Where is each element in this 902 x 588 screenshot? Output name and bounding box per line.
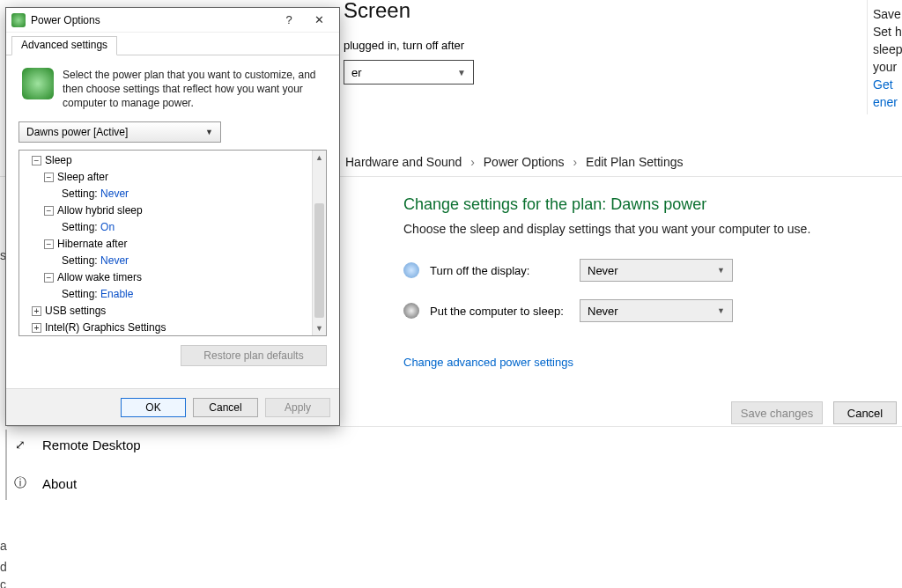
advanced-power-settings-link[interactable]: Change advanced power settings (403, 356, 573, 369)
dialog-hint-text: Select the power plan that you want to c… (63, 68, 327, 111)
collapse-icon[interactable]: − (44, 173, 54, 182)
collapse-icon[interactable]: − (32, 156, 41, 165)
collapse-icon[interactable]: − (44, 206, 54, 216)
right-text: Save (873, 7, 902, 21)
setting-value[interactable]: Never (100, 187, 129, 200)
dialog-footer: OK Cancel Apply (6, 388, 339, 425)
ok-button[interactable]: OK (121, 398, 186, 417)
dialog-title: Power Options (31, 14, 274, 26)
setting-value[interactable]: On (100, 221, 115, 233)
setting-value[interactable]: Enable (100, 288, 133, 300)
turn-off-display-row: Turn off the display: Never ▼ (403, 259, 733, 282)
page-subtitle: Choose the sleep and display settings th… (403, 222, 810, 236)
tree-node-graphics-settings[interactable]: +Intel(R) Graphics Settings (23, 320, 322, 335)
power-options-dialog: Power Options ? ✕ Advanced settings Sele… (5, 7, 340, 426)
sidebar-item-remote-desktop[interactable]: ⤢ Remote Desktop (12, 437, 141, 452)
tree-node-hybrid-sleep[interactable]: −Allow hybrid sleep (23, 202, 322, 219)
chevron-down-icon: ▼ (717, 266, 725, 275)
right-text: sleep (873, 42, 902, 56)
info-icon: ⓘ (12, 475, 28, 491)
chevron-down-icon: ▼ (717, 306, 725, 315)
tree-node-hibernate-after[interactable]: −Hibernate after (23, 236, 322, 253)
right-rail: Save Set h sleep your Get ener (867, 0, 902, 114)
turn-off-display-value: Never (588, 264, 618, 277)
breadcrumb: Hardware and Sound › Power Options › Edi… (345, 155, 684, 169)
sleep-value: Never (588, 305, 618, 318)
right-link[interactable]: ener (873, 95, 902, 109)
right-link[interactable]: Get (873, 77, 902, 92)
settings-tree: −Sleep −Sleep after Setting: Never −Allo… (18, 150, 327, 336)
remote-desktop-icon: ⤢ (12, 437, 28, 452)
apply-button[interactable]: Apply (265, 398, 330, 417)
breadcrumb-item[interactable]: Edit Plan Settings (586, 155, 684, 169)
expand-icon[interactable]: + (32, 306, 41, 316)
stray-char: c (0, 577, 6, 588)
right-text: Set h (873, 25, 902, 39)
sleep-select[interactable]: Never ▼ (580, 299, 733, 322)
scroll-thumb[interactable] (314, 203, 324, 318)
turn-off-display-select[interactable]: Never ▼ (580, 259, 733, 282)
divider (7, 426, 902, 427)
sleep-label: Put the computer to sleep: (430, 305, 571, 318)
screen-heading-fragment: Screen (344, 0, 410, 23)
power-plan-value: Dawns power [Active] (26, 126, 128, 138)
chevron-right-icon: › (470, 155, 475, 169)
cancel-button[interactable]: Cancel (193, 398, 258, 417)
sidebar-item-label: Remote Desktop (42, 437, 141, 452)
scrollbar[interactable]: ▲ ▼ (312, 151, 326, 335)
scroll-down-button[interactable]: ▼ (313, 321, 326, 335)
tree-node-sleep-after[interactable]: −Sleep after (23, 169, 322, 186)
tree-node-usb-settings[interactable]: +USB settings (23, 303, 322, 320)
sidebar-item-about[interactable]: ⓘ About (12, 475, 77, 491)
dialog-tab-row: Advanced settings (6, 33, 339, 55)
close-button[interactable]: ✕ (304, 10, 334, 31)
tree-node-wake-timers[interactable]: −Allow wake timers (23, 269, 322, 286)
turn-off-display-label: Turn off the display: (430, 264, 571, 277)
sidebar-indicator (5, 430, 7, 500)
tab-advanced-settings[interactable]: Advanced settings (11, 36, 117, 55)
dialog-titlebar[interactable]: Power Options ? ✕ (6, 8, 339, 33)
restore-defaults-button[interactable]: Restore plan defaults (181, 345, 327, 366)
tree-leaf-hybrid-sleep-setting[interactable]: Setting: On (23, 219, 322, 236)
help-button[interactable]: ? (274, 10, 304, 31)
chevron-down-icon: ▼ (205, 128, 213, 136)
sidebar-item-label: About (42, 476, 77, 491)
collapse-icon[interactable]: − (44, 239, 54, 249)
tree-leaf-hibernate-after-setting[interactable]: Setting: Never (23, 253, 322, 269)
tree-leaf-wake-timers-setting[interactable]: Setting: Enable (23, 286, 322, 303)
display-timeout-value: er (351, 66, 362, 79)
right-text: your (873, 60, 902, 74)
breadcrumb-item[interactable]: Power Options (484, 155, 565, 169)
display-icon (403, 262, 419, 278)
moon-icon (403, 303, 419, 319)
sleep-row: Put the computer to sleep: Never ▼ (403, 299, 733, 322)
tree-node-sleep[interactable]: −Sleep (23, 152, 322, 169)
expand-icon[interactable]: + (32, 323, 41, 333)
dialog-hint: Select the power plan that you want to c… (6, 55, 339, 120)
battery-icon (22, 68, 54, 99)
display-timeout-label: plugged in, turn off after (344, 39, 464, 52)
cancel-button[interactable]: Cancel (833, 401, 897, 424)
stray-char: a (0, 539, 7, 553)
tree-leaf-sleep-after-setting[interactable]: Setting: Never (23, 186, 322, 202)
stray-char: d (0, 560, 7, 574)
chevron-right-icon: › (573, 155, 577, 169)
power-plan-select[interactable]: Dawns power [Active] ▼ (18, 121, 221, 143)
scroll-up-button[interactable]: ▲ (313, 151, 326, 165)
chevron-down-icon: ▼ (457, 68, 466, 77)
breadcrumb-item[interactable]: Hardware and Sound (345, 155, 462, 169)
collapse-icon[interactable]: − (44, 273, 54, 283)
display-timeout-select[interactable]: er ▼ (344, 60, 474, 85)
page-title: Change settings for the plan: Dawns powe… (403, 195, 706, 214)
setting-value[interactable]: Never (100, 254, 129, 267)
save-changes-button[interactable]: Save changes (731, 401, 823, 424)
power-options-icon (11, 13, 26, 27)
